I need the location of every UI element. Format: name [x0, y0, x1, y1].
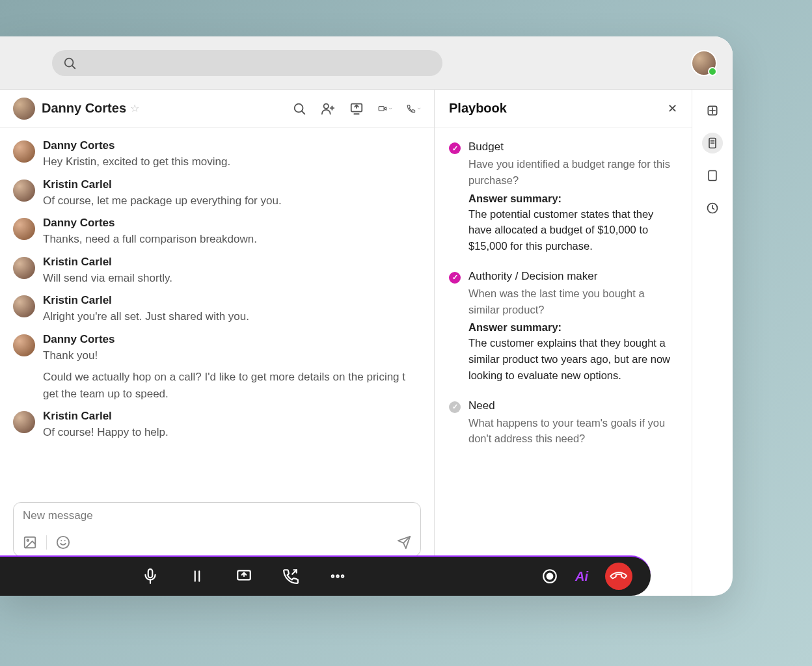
divider [46, 535, 47, 550]
svg-point-2 [295, 103, 303, 112]
send-button[interactable] [397, 535, 411, 550]
rail-playbook-icon[interactable] [702, 133, 723, 153]
image-attach-icon[interactable] [23, 535, 37, 550]
message-item: Danny CortesThank you!Could we actually … [13, 333, 421, 403]
message-avatar [13, 180, 35, 202]
playbook-header: Playbook ✕ [435, 90, 692, 127]
message-text: Alright you're all set. Just shared with… [43, 308, 249, 325]
app-window: Danny Cortes ☆ Danny CortesHey Kristin, … [0, 36, 733, 596]
playbook-status-icon [449, 401, 461, 413]
contact-name: Danny Cortes [42, 101, 126, 116]
playbook-panel: Playbook ✕ BudgetHave you identified a b… [435, 90, 692, 596]
chat-header: Danny Cortes ☆ [0, 90, 434, 127]
playbook-question: What happens to your team's goals if you… [468, 415, 677, 447]
playbook-status-icon [449, 272, 461, 284]
svg-rect-35 [709, 171, 716, 181]
playbook-summary-text: The potential customer states that they … [468, 206, 677, 254]
more-options-button[interactable] [329, 568, 346, 585]
message-avatar [13, 257, 35, 279]
rail-notes-icon[interactable] [702, 165, 723, 186]
emoji-icon[interactable] [56, 535, 70, 550]
message-avatar [13, 140, 35, 163]
record-button[interactable] [541, 568, 558, 585]
message-item: Danny CortesThanks, need a full comparis… [13, 217, 421, 248]
svg-rect-10 [379, 106, 384, 111]
message-sender: Danny Cortes [43, 217, 257, 230]
search-input[interactable] [52, 50, 442, 76]
playbook-summary-text: The customer explains that they bought a… [468, 335, 677, 383]
message-avatar [13, 411, 35, 433]
rail-history-icon[interactable] [702, 198, 723, 219]
playbook-item-title: Budget [468, 140, 677, 153]
playbook-summary-label: Answer summary: [468, 193, 677, 205]
video-call-button[interactable] [378, 101, 392, 116]
message-sender: Danny Cortes [43, 139, 230, 152]
svg-point-13 [27, 539, 29, 541]
share-screen-button[interactable] [236, 568, 252, 585]
message-text: Will send via email shortly. [43, 270, 172, 287]
chat-panel: Danny Cortes ☆ Danny CortesHey Kristin, … [0, 90, 435, 596]
chevron-down-icon [417, 105, 421, 112]
message-item: Kristin CarlelAlright you're all set. Ju… [13, 294, 421, 325]
search-icon [62, 56, 77, 70]
svg-point-27 [336, 575, 338, 577]
message-avatar [13, 218, 35, 240]
playbook-question: When was the last time you bought a simi… [468, 286, 677, 318]
message-item: Kristin CarlelOf course! Happy to help. [13, 410, 421, 441]
phone-call-button[interactable] [407, 101, 421, 116]
pause-button[interactable] [189, 568, 206, 585]
message-list: Danny CortesHey Kristin, excited to get … [0, 127, 434, 497]
playbook-item: NeedWhat happens to your team's goals if… [449, 399, 677, 451]
presence-indicator [708, 67, 717, 76]
message-text: Of course! Happy to help. [43, 424, 169, 441]
message-sender: Kristin Carlel [43, 178, 282, 191]
close-icon[interactable]: ✕ [668, 101, 677, 116]
user-avatar[interactable] [691, 50, 717, 76]
add-people-icon[interactable] [321, 101, 335, 116]
playbook-body: BudgetHave you identified a budget range… [435, 127, 692, 479]
message-sender: Danny Cortes [43, 333, 421, 346]
contact-avatar [13, 98, 35, 120]
svg-point-14 [57, 537, 69, 548]
playbook-status-icon [449, 142, 461, 154]
message-text: Of course, let me package up everything … [43, 193, 282, 209]
message-text: Thank you! [43, 347, 421, 364]
svg-line-3 [302, 111, 304, 114]
right-rail [692, 90, 733, 596]
message-composer[interactable]: New message [13, 502, 421, 557]
topbar [0, 36, 733, 90]
search-in-chat-icon[interactable] [292, 101, 306, 116]
message-avatar [13, 295, 35, 317]
chevron-down-icon [388, 105, 392, 112]
svg-point-28 [342, 575, 344, 577]
message-item: Kristin CarlelWill send via email shortl… [13, 256, 421, 287]
message-sender: Kristin Carlel [43, 294, 249, 307]
playbook-title: Playbook [449, 101, 507, 116]
ai-assistant-button[interactable]: Ai [575, 569, 588, 584]
message-sender: Kristin Carlel [43, 256, 172, 269]
svg-line-1 [72, 66, 75, 68]
message-avatar [13, 334, 35, 356]
playbook-item-title: Authority / Decision maker [468, 270, 677, 283]
playbook-item: BudgetHave you identified a budget range… [449, 140, 677, 254]
playbook-item: Authority / Decision makerWhen was the l… [449, 270, 677, 384]
message-text: Hey Kristin, excited to get this moving. [43, 153, 230, 170]
message-text: Thanks, need a full comparison breakdown… [43, 231, 257, 248]
playbook-question: Have you identified a budget range for t… [468, 156, 677, 189]
end-call-button[interactable] [605, 563, 632, 590]
svg-rect-19 [148, 569, 153, 578]
call-bar: Ai [0, 555, 651, 596]
message-item: Danny CortesHey Kristin, excited to get … [13, 139, 421, 170]
svg-point-4 [324, 103, 329, 108]
rail-ai-sparkle-icon[interactable] [702, 100, 723, 121]
transfer-call-button[interactable] [282, 568, 299, 585]
microphone-button[interactable] [142, 568, 159, 585]
message-sender: Kristin Carlel [43, 410, 169, 423]
star-icon[interactable]: ☆ [130, 102, 139, 114]
svg-point-0 [65, 58, 74, 66]
message-text: Could we actually hop on a call? I'd lik… [43, 369, 421, 402]
playbook-summary-label: Answer summary: [468, 321, 677, 334]
composer-placeholder: New message [23, 509, 411, 522]
playbook-item-title: Need [468, 399, 677, 412]
screen-share-icon[interactable] [349, 101, 364, 116]
